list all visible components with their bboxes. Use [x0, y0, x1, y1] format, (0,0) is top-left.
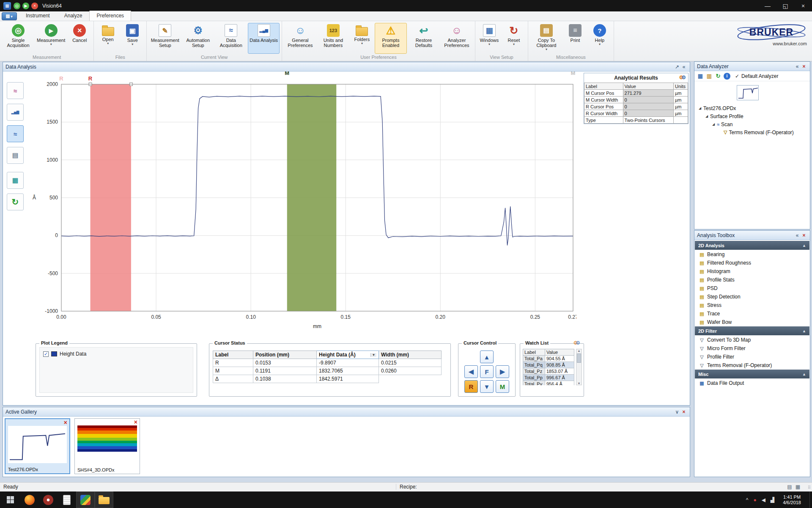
taskbar-clock[interactable]: 1:41 PM 4/6/2018 — [779, 494, 804, 505]
toolbox-item-filtered-roughness[interactable]: ▤Filtered Roughness — [695, 259, 809, 267]
toolbox-item-profile-filter[interactable]: ▽Profile Filter — [695, 353, 809, 361]
height-data-column-select[interactable]: Height Data (Å)▼ — [317, 351, 379, 359]
restore-button[interactable]: ◱ — [776, 0, 794, 11]
status-view-toggle-2-icon[interactable]: ▦ — [796, 484, 800, 490]
report-tool[interactable]: ▤ — [7, 147, 24, 164]
scroll-up-icon[interactable]: ▲ — [578, 349, 581, 352]
cursor-r-button[interactable]: R — [464, 380, 478, 393]
chevron-down-icon[interactable]: ▼ — [370, 353, 376, 357]
toolbox-item-psd[interactable]: ▤PSD — [695, 284, 809, 293]
toolbox-item-wafer-bow[interactable]: ▤Wafer Bow — [695, 318, 809, 326]
toolbox-item-convert-to-3d-map[interactable]: ▽Convert To 3D Map — [695, 336, 809, 344]
folders-button[interactable]: Folders▾ — [350, 23, 374, 54]
save-button[interactable]: ▣Save▾ — [121, 23, 144, 54]
gallery-item-shs-4-3d-opdx[interactable]: ×SHS#4_3D.OPDx — [74, 418, 140, 474]
wind-ows-button[interactable]: ▦Wind­ows▾ — [477, 23, 501, 54]
tree-expander-icon[interactable]: ◢ — [705, 114, 710, 118]
collapse-panel-icon[interactable]: ∨ — [674, 409, 680, 415]
toolbox-section-2d-filter[interactable]: 2D Filter▲ — [695, 326, 809, 335]
close-panel-icon[interactable]: × — [680, 409, 687, 415]
start-button[interactable] — [0, 491, 20, 508]
collapse-arrow-icon[interactable]: ▲ — [802, 243, 806, 248]
collapse-arrow-icon[interactable]: ▲ — [802, 329, 806, 333]
volume-icon[interactable]: ◀ — [762, 497, 765, 503]
close-panel-icon[interactable]: × — [801, 64, 807, 69]
tree-item-scan[interactable]: ◢≈Scan — [697, 120, 808, 128]
measurement-button[interactable]: ▶Measurement▾ — [35, 23, 67, 54]
r-cursor-region[interactable] — [91, 84, 131, 311]
measurement-setup-button[interactable]: ✎Measurement Setup — [149, 23, 181, 54]
toolbox-item-micro-form-filter[interactable]: ▽Micro Form Filter — [695, 344, 809, 353]
data-analysis-button[interactable]: ▂▄▆Data Analysis — [248, 23, 280, 54]
close-thumbnail-icon[interactable]: × — [64, 420, 67, 425]
analytical-results-settings-gears-icon[interactable]: ⚙⚙ — [679, 75, 686, 80]
scroll-down-icon[interactable]: ▼ — [578, 382, 581, 385]
refresh-tool[interactable]: ↻ — [7, 193, 24, 210]
blocks-tool[interactable]: ▦ — [7, 172, 24, 189]
collapse-panel-icon[interactable]: « — [794, 232, 801, 238]
toolbox-item-trace[interactable]: ▤Trace — [695, 309, 809, 318]
refresh-analyzer-icon[interactable]: ↻ — [715, 73, 721, 80]
profile-analysis-tool[interactable]: ≈ — [7, 125, 24, 142]
cursor-m-button[interactable]: M — [496, 380, 509, 393]
cancel-button[interactable]: ×Cancel — [68, 23, 91, 54]
status-view-toggle-1-icon[interactable]: ▤ — [787, 484, 792, 490]
tab-preferences[interactable]: Preferences — [89, 11, 131, 21]
default-analyzer-label[interactable]: Default Analyzer — [741, 73, 778, 79]
application-menu-button[interactable]: ▾ — [2, 12, 17, 20]
taskbar-media-app-icon[interactable] — [20, 491, 39, 508]
data-acquisition-button[interactable]: ≈Data Acquisition — [215, 23, 247, 54]
tree-expander-icon[interactable]: ◢ — [712, 122, 717, 126]
show-desktop-button[interactable] — [809, 491, 812, 508]
toolbox-item-histogram[interactable]: ▤Histogram — [695, 267, 809, 276]
cursor-up-button[interactable]: ▲ — [480, 351, 494, 363]
units-and-numbers-button[interactable]: 123Units and Numbers — [317, 23, 349, 54]
collapse-arrow-icon[interactable]: ▲ — [802, 372, 806, 376]
cursor-down-button[interactable]: ▼ — [480, 380, 494, 393]
toolbox-section-2d-analysis[interactable]: 2D Analysis▲ — [695, 241, 809, 250]
qat-measurement-icon[interactable]: ▶ — [22, 3, 29, 9]
close-button[interactable]: × — [794, 0, 812, 11]
scrollbar-thumb[interactable] — [577, 353, 581, 363]
reset-button[interactable]: ↻Reset▾ — [502, 23, 526, 54]
network-icon[interactable]: ▟ — [771, 497, 774, 503]
taskbar-explorer-app-icon[interactable] — [95, 491, 113, 508]
general-preferences-button[interactable]: ☺General Preferences — [284, 23, 316, 54]
multi-plot-tool[interactable]: ≈ — [7, 82, 24, 99]
legend-checkbox[interactable]: ✓ — [43, 351, 49, 357]
analyzer-info-icon[interactable]: i — [724, 73, 730, 80]
close-thumbnail-icon[interactable]: × — [134, 419, 137, 425]
new-analyzer-icon[interactable]: ▦ — [697, 73, 704, 80]
single-acquisition-button[interactable]: ◎Single Acquisition — [2, 23, 34, 54]
close-panel-icon[interactable]: × — [801, 232, 807, 238]
qat-cancel-icon[interactable]: × — [31, 3, 38, 9]
tray-app-icon[interactable]: ● — [753, 497, 756, 503]
toolbox-item-step-detection[interactable]: ▤Step Detection — [695, 293, 809, 301]
open-button[interactable]: Open▾ — [96, 23, 120, 54]
collapse-panel-icon[interactable]: « — [680, 64, 687, 70]
profile-plot[interactable]: -1000-50005001000150020000.000.050.100.1… — [27, 72, 576, 332]
tab-analyze[interactable]: Analyze — [57, 11, 90, 21]
copy-to-clipboard-button[interactable]: ▤Copy To Clipboard▾ — [530, 23, 562, 54]
tree-expander-icon[interactable]: ◢ — [699, 106, 703, 110]
hidden-icons-button[interactable]: ^ — [746, 497, 749, 503]
histogram-tool[interactable]: ▂▅▇ — [7, 104, 24, 121]
help-button[interactable]: ?Help▾ — [588, 23, 612, 54]
toolbox-item-stress[interactable]: ▤Stress — [695, 301, 809, 309]
cursor-left-button[interactable]: ◀ — [464, 365, 478, 378]
cursor-right-button[interactable]: ▶ — [496, 365, 509, 378]
prompts-enabled-button[interactable]: ⚠Prompts Enabled — [375, 23, 407, 54]
taskbar-notes-app-icon[interactable] — [58, 491, 76, 508]
toolbox-section-misc[interactable]: Misc▲ — [695, 370, 809, 378]
analyzer-preferences-button[interactable]: ☺Analyzer Preferences — [441, 23, 473, 54]
tree-item-test276-opdx[interactable]: ◢Test276.OPDx — [697, 104, 808, 112]
restore-defaults-button[interactable]: ↩Restore Defaults — [408, 23, 440, 54]
taskbar-vision64-app-icon[interactable] — [76, 491, 95, 508]
qat-single-acquisition-icon[interactable]: ◎ — [14, 3, 20, 9]
toolbox-item-bearing[interactable]: ▤Bearing — [695, 250, 809, 259]
save-analyzer-icon[interactable]: ▥ — [706, 73, 713, 80]
tree-item-surface-profile[interactable]: ◢Surface Profile — [697, 112, 808, 120]
toolbox-item-terms-removal-f-operator[interactable]: ▽Terms Removal (F-Operator) — [695, 361, 809, 370]
collapse-panel-icon[interactable]: « — [794, 64, 801, 69]
watch-list-settings-gears-icon[interactable]: ⚙⚙ — [573, 340, 580, 346]
